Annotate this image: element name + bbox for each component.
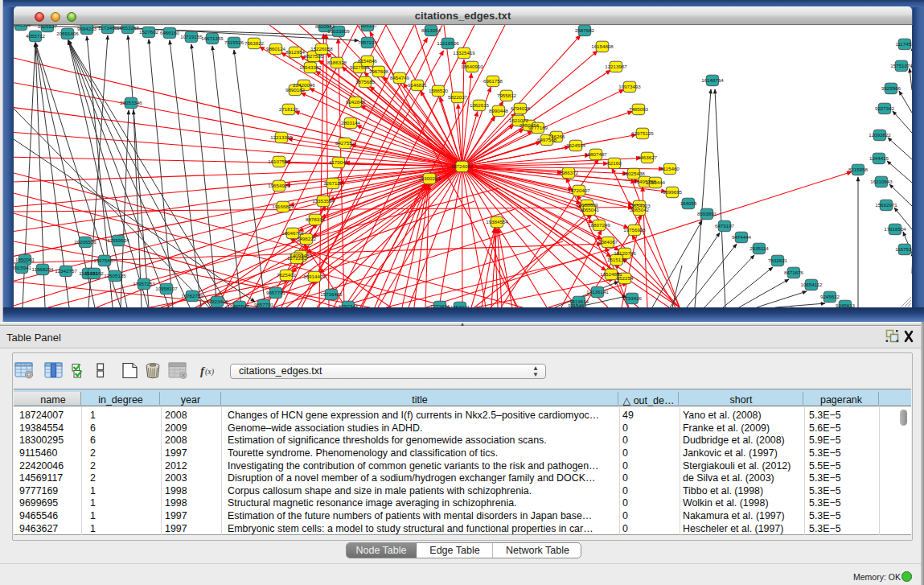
svg-text:1117453: 1117453 — [895, 41, 912, 47]
svg-text:20691406: 20691406 — [56, 31, 79, 36]
svg-text:9245612: 9245612 — [820, 294, 840, 299]
svg-text:17359924: 17359924 — [107, 237, 129, 243]
svg-text:6961758: 6961758 — [483, 78, 503, 84]
svg-text:16543362: 16543362 — [299, 64, 322, 70]
svg-text:7955812: 7955812 — [497, 93, 517, 98]
svg-text:2718126: 2718126 — [279, 106, 299, 112]
svg-text:9245613: 9245613 — [836, 303, 856, 307]
svg-text:16782759: 16782759 — [181, 293, 203, 299]
svg-text:19166829: 19166829 — [272, 204, 294, 209]
svg-text:15751074: 15751074 — [890, 63, 912, 68]
svg-text:252254: 252254 — [617, 275, 634, 281]
svg-text:1065041: 1065041 — [580, 207, 600, 212]
svg-text:16107553: 16107553 — [268, 159, 290, 164]
svg-text:19384554: 19384554 — [486, 219, 508, 225]
svg-text:9860124: 9860124 — [266, 46, 286, 51]
svg-text:9699695: 9699695 — [663, 189, 683, 195]
svg-text:25300203: 25300203 — [418, 175, 441, 181]
svg-text:16914479: 16914479 — [303, 274, 326, 279]
svg-text:1292344: 1292344 — [339, 303, 359, 307]
svg-text:10653267: 10653267 — [117, 25, 139, 31]
svg-text:1654021: 1654021 — [450, 304, 470, 307]
svg-text:10025438: 10025438 — [622, 171, 645, 176]
svg-text:1273434: 1273434 — [430, 303, 450, 307]
svg-text:7625402: 7625402 — [277, 272, 297, 278]
svg-text:9327505: 9327505 — [350, 64, 370, 70]
svg-text:15226058: 15226058 — [310, 46, 333, 51]
svg-text:20206536: 20206536 — [74, 239, 97, 245]
svg-text:16210643: 16210643 — [870, 179, 893, 184]
svg-text:9474444: 9474444 — [732, 234, 752, 240]
svg-text:4055712: 4055712 — [26, 33, 46, 39]
svg-text:9777169: 9777169 — [528, 125, 548, 130]
svg-text:16640910: 16640910 — [461, 64, 483, 69]
svg-text:9529966: 9529966 — [881, 85, 901, 91]
svg-text:9146821: 9146821 — [408, 82, 428, 88]
svg-text:9463627: 9463627 — [638, 154, 658, 160]
svg-text:9084067: 9084067 — [598, 239, 618, 245]
svg-text:4170041: 4170041 — [329, 159, 349, 165]
svg-text:1588520: 1588520 — [429, 88, 449, 93]
svg-text:16120746: 16120746 — [614, 250, 636, 256]
svg-text:9115460: 9115460 — [660, 166, 680, 171]
svg-text:9890162: 9890162 — [285, 87, 306, 93]
svg-text:8878334: 8878334 — [306, 216, 326, 222]
svg-text:12218506: 12218506 — [437, 40, 459, 46]
svg-text:1273460: 1273460 — [98, 25, 118, 31]
svg-text:10654112: 10654112 — [800, 282, 823, 287]
svg-text:15692971: 15692971 — [875, 202, 897, 208]
svg-text:9242848: 9242848 — [346, 99, 366, 105]
svg-text:1615132: 1615132 — [607, 257, 627, 262]
svg-text:1244415: 1244415 — [869, 155, 889, 161]
svg-text:8186328: 8186328 — [327, 60, 347, 65]
svg-text:13975867: 13975867 — [93, 257, 116, 263]
svg-text:9465546: 9465546 — [230, 303, 250, 307]
svg-text:1005137: 1005137 — [358, 25, 378, 28]
svg-text:8593891: 8593891 — [697, 211, 717, 216]
svg-text:7663822: 7663822 — [244, 40, 265, 46]
svg-text:12975125: 12975125 — [631, 130, 654, 136]
svg-text:9227342: 9227342 — [875, 105, 895, 111]
svg-text:13325419: 13325419 — [453, 50, 475, 56]
svg-text:5822037: 5822037 — [448, 94, 468, 100]
svg-text:1650444: 1650444 — [646, 179, 666, 185]
svg-text:9657791: 9657791 — [266, 290, 286, 295]
svg-text:2325527: 2325527 — [38, 25, 58, 29]
svg-text:7485063: 7485063 — [629, 106, 649, 112]
svg-text:1413614: 1413614 — [569, 299, 589, 304]
svg-text:62160: 62160 — [607, 160, 622, 166]
svg-text:2935114: 2935114 — [749, 245, 769, 251]
svg-text:17016504: 17016504 — [884, 226, 906, 232]
svg-text:8912954: 8912954 — [285, 49, 306, 55]
svg-text:7632621: 7632621 — [768, 257, 788, 263]
svg-text:8215958: 8215958 — [848, 167, 869, 172]
svg-text:18724007: 18724007 — [451, 163, 474, 169]
svg-text:8813054: 8813054 — [421, 27, 441, 33]
svg-text:2967608: 2967608 — [369, 68, 389, 74]
svg-text:16033809: 16033809 — [327, 28, 350, 34]
svg-text:16671355: 16671355 — [201, 35, 224, 41]
svg-text:11568294: 11568294 — [31, 266, 54, 272]
svg-text:10958107: 10958107 — [155, 286, 178, 291]
svg-text:1065042: 1065042 — [630, 207, 650, 212]
svg-text:164095: 164095 — [680, 200, 697, 206]
svg-text:19756928: 19756928 — [623, 227, 646, 233]
svg-text:10046766: 10046766 — [281, 230, 304, 236]
svg-text:10719155: 10719155 — [180, 34, 203, 39]
svg-text:18807249: 18807249 — [588, 222, 610, 228]
svg-text:8471676: 8471676 — [784, 270, 804, 275]
svg-text:6466160: 6466160 — [160, 30, 180, 35]
svg-text:6794028: 6794028 — [511, 105, 531, 111]
svg-text:9657791: 9657791 — [254, 302, 274, 307]
svg-text:1167534: 1167534 — [895, 246, 912, 252]
svg-text:9694233: 9694233 — [77, 26, 97, 31]
svg-text:12923446: 12923446 — [206, 299, 228, 304]
svg-text:1527602: 1527602 — [139, 29, 159, 35]
svg-text:9827505: 9827505 — [304, 53, 324, 59]
svg-text:7857224: 7857224 — [358, 39, 378, 45]
svg-text:12213967: 12213967 — [605, 64, 627, 69]
svg-text:2687682: 2687682 — [575, 27, 595, 33]
svg-text:12093822: 12093822 — [869, 132, 891, 138]
svg-text:3267110: 3267110 — [323, 180, 343, 186]
svg-text:17957253: 17957253 — [133, 281, 155, 286]
